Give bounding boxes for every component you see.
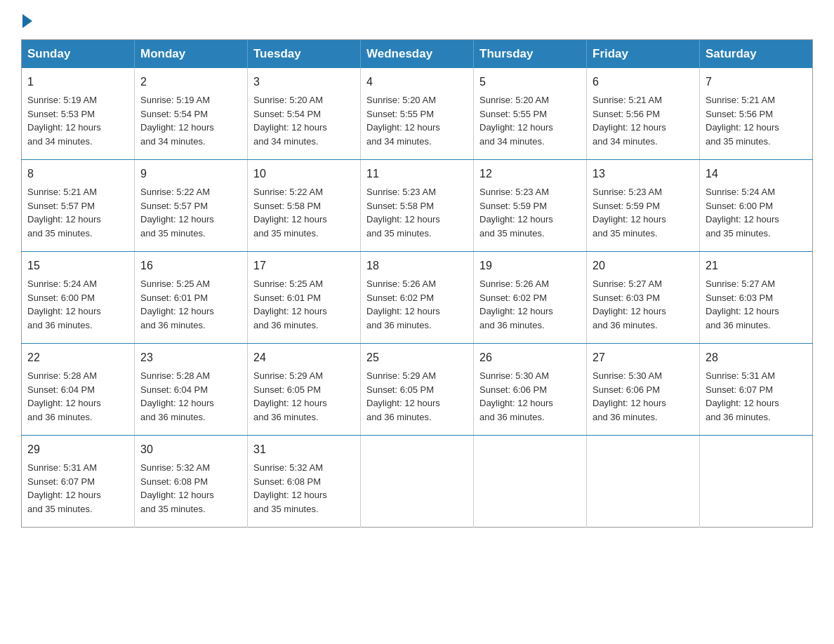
calendar-day-cell: 29Sunrise: 5:31 AM Sunset: 6:07 PM Dayli…: [22, 436, 135, 528]
day-info: Sunrise: 5:20 AM Sunset: 5:55 PM Dayligh…: [479, 95, 553, 147]
day-info: Sunrise: 5:32 AM Sunset: 6:08 PM Dayligh…: [253, 462, 327, 514]
day-number: 1: [27, 74, 128, 90]
day-number: 24: [253, 349, 355, 366]
calendar-day-cell: 1Sunrise: 5:19 AM Sunset: 5:53 PM Daylig…: [22, 68, 135, 160]
day-info: Sunrise: 5:27 AM Sunset: 6:03 PM Dayligh…: [706, 279, 779, 330]
weekday-header-sunday: Sunday: [22, 40, 135, 69]
day-number: 21: [706, 257, 807, 274]
day-number: 17: [253, 257, 355, 274]
day-info: Sunrise: 5:24 AM Sunset: 6:00 PM Dayligh…: [27, 279, 101, 330]
day-number: 6: [593, 74, 694, 90]
day-number: 8: [27, 166, 128, 182]
calendar-day-cell: 8Sunrise: 5:21 AM Sunset: 5:57 PM Daylig…: [22, 160, 135, 252]
day-number: 25: [366, 349, 468, 366]
page-header: [21, 14, 813, 25]
day-info: Sunrise: 5:26 AM Sunset: 6:02 PM Dayligh…: [479, 279, 553, 330]
day-number: 26: [479, 349, 581, 366]
calendar-day-cell: 7Sunrise: 5:21 AM Sunset: 5:56 PM Daylig…: [700, 68, 813, 160]
day-info: Sunrise: 5:25 AM Sunset: 6:01 PM Dayligh…: [140, 279, 214, 330]
calendar-day-cell: 15Sunrise: 5:24 AM Sunset: 6:00 PM Dayli…: [22, 252, 135, 344]
day-info: Sunrise: 5:31 AM Sunset: 6:07 PM Dayligh…: [27, 462, 101, 514]
calendar-day-cell: 20Sunrise: 5:27 AM Sunset: 6:03 PM Dayli…: [587, 252, 700, 344]
day-info: Sunrise: 5:23 AM Sunset: 5:59 PM Dayligh…: [593, 187, 666, 239]
day-info: Sunrise: 5:19 AM Sunset: 5:54 PM Dayligh…: [140, 95, 214, 147]
day-info: Sunrise: 5:31 AM Sunset: 6:07 PM Dayligh…: [706, 370, 779, 422]
day-number: 29: [27, 441, 128, 458]
day-number: 4: [366, 74, 468, 90]
day-info: Sunrise: 5:21 AM Sunset: 5:57 PM Dayligh…: [27, 187, 101, 239]
weekday-header-saturday: Saturday: [700, 40, 813, 69]
logo-arrow-icon: [22, 14, 32, 28]
day-number: 18: [366, 257, 468, 274]
weekday-header-tuesday: Tuesday: [248, 40, 361, 69]
day-number: 10: [253, 166, 355, 182]
day-number: 5: [479, 74, 581, 90]
day-info: Sunrise: 5:30 AM Sunset: 6:06 PM Dayligh…: [479, 370, 553, 422]
calendar-day-cell: 2Sunrise: 5:19 AM Sunset: 5:54 PM Daylig…: [135, 68, 248, 160]
calendar-day-cell: 19Sunrise: 5:26 AM Sunset: 6:02 PM Dayli…: [474, 252, 587, 344]
day-number: 9: [140, 166, 241, 182]
logo: [21, 14, 34, 25]
day-info: Sunrise: 5:23 AM Sunset: 5:58 PM Dayligh…: [366, 187, 440, 239]
day-number: 28: [706, 349, 807, 366]
day-number: 27: [593, 349, 694, 366]
calendar-day-cell: 24Sunrise: 5:29 AM Sunset: 6:05 PM Dayli…: [248, 344, 361, 436]
calendar-day-cell: 28Sunrise: 5:31 AM Sunset: 6:07 PM Dayli…: [700, 344, 813, 436]
calendar-day-cell: 10Sunrise: 5:22 AM Sunset: 5:58 PM Dayli…: [248, 160, 361, 252]
day-number: 23: [140, 349, 241, 366]
calendar-day-cell: 4Sunrise: 5:20 AM Sunset: 5:55 PM Daylig…: [361, 68, 474, 160]
calendar-day-cell: 22Sunrise: 5:28 AM Sunset: 6:04 PM Dayli…: [22, 344, 135, 436]
day-info: Sunrise: 5:29 AM Sunset: 6:05 PM Dayligh…: [366, 370, 440, 422]
day-number: 22: [27, 349, 128, 366]
weekday-header-friday: Friday: [587, 40, 700, 69]
day-number: 3: [253, 74, 355, 90]
day-info: Sunrise: 5:29 AM Sunset: 6:05 PM Dayligh…: [253, 370, 327, 422]
day-info: Sunrise: 5:26 AM Sunset: 6:02 PM Dayligh…: [366, 279, 440, 330]
day-number: 13: [593, 166, 694, 182]
day-info: Sunrise: 5:32 AM Sunset: 6:08 PM Dayligh…: [140, 462, 214, 514]
day-number: 20: [593, 257, 694, 274]
day-info: Sunrise: 5:30 AM Sunset: 6:06 PM Dayligh…: [593, 370, 666, 422]
day-number: 31: [253, 441, 355, 458]
calendar-day-cell: 6Sunrise: 5:21 AM Sunset: 5:56 PM Daylig…: [587, 68, 700, 160]
day-info: Sunrise: 5:28 AM Sunset: 6:04 PM Dayligh…: [140, 370, 214, 422]
day-info: Sunrise: 5:25 AM Sunset: 6:01 PM Dayligh…: [253, 279, 327, 330]
day-info: Sunrise: 5:20 AM Sunset: 5:54 PM Dayligh…: [253, 95, 327, 147]
calendar-day-cell: 5Sunrise: 5:20 AM Sunset: 5:55 PM Daylig…: [474, 68, 587, 160]
day-info: Sunrise: 5:28 AM Sunset: 6:04 PM Dayligh…: [27, 370, 101, 422]
calendar-day-cell: 14Sunrise: 5:24 AM Sunset: 6:00 PM Dayli…: [700, 160, 813, 252]
calendar-day-cell: 11Sunrise: 5:23 AM Sunset: 5:58 PM Dayli…: [361, 160, 474, 252]
calendar-day-cell: 25Sunrise: 5:29 AM Sunset: 6:05 PM Dayli…: [361, 344, 474, 436]
day-info: Sunrise: 5:21 AM Sunset: 5:56 PM Dayligh…: [593, 95, 666, 147]
weekday-header-monday: Monday: [135, 40, 248, 69]
day-info: Sunrise: 5:21 AM Sunset: 5:56 PM Dayligh…: [706, 95, 779, 147]
calendar-week-row: 22Sunrise: 5:28 AM Sunset: 6:04 PM Dayli…: [22, 344, 813, 436]
calendar-day-cell: [361, 436, 474, 528]
calendar-day-cell: 21Sunrise: 5:27 AM Sunset: 6:03 PM Dayli…: [700, 252, 813, 344]
weekday-header-thursday: Thursday: [474, 40, 587, 69]
day-info: Sunrise: 5:19 AM Sunset: 5:53 PM Dayligh…: [27, 95, 101, 147]
calendar-day-cell: [474, 436, 587, 528]
calendar-day-cell: 26Sunrise: 5:30 AM Sunset: 6:06 PM Dayli…: [474, 344, 587, 436]
calendar-week-row: 15Sunrise: 5:24 AM Sunset: 6:00 PM Dayli…: [22, 252, 813, 344]
day-number: 16: [140, 257, 241, 274]
day-info: Sunrise: 5:22 AM Sunset: 5:58 PM Dayligh…: [253, 187, 327, 239]
day-number: 15: [27, 257, 128, 274]
day-number: 30: [140, 441, 241, 458]
day-number: 19: [479, 257, 581, 274]
calendar-week-row: 8Sunrise: 5:21 AM Sunset: 5:57 PM Daylig…: [22, 160, 813, 252]
calendar-day-cell: [587, 436, 700, 528]
weekday-header-wednesday: Wednesday: [361, 40, 474, 69]
calendar-day-cell: 18Sunrise: 5:26 AM Sunset: 6:02 PM Dayli…: [361, 252, 474, 344]
calendar-day-cell: 31Sunrise: 5:32 AM Sunset: 6:08 PM Dayli…: [248, 436, 361, 528]
calendar-day-cell: [700, 436, 813, 528]
day-info: Sunrise: 5:23 AM Sunset: 5:59 PM Dayligh…: [479, 187, 553, 239]
calendar-week-row: 1Sunrise: 5:19 AM Sunset: 5:53 PM Daylig…: [22, 68, 813, 160]
day-number: 14: [706, 166, 807, 182]
calendar-day-cell: 16Sunrise: 5:25 AM Sunset: 6:01 PM Dayli…: [135, 252, 248, 344]
calendar-table: SundayMondayTuesdayWednesdayThursdayFrid…: [21, 39, 813, 528]
day-info: Sunrise: 5:24 AM Sunset: 6:00 PM Dayligh…: [706, 187, 779, 239]
calendar-day-cell: 13Sunrise: 5:23 AM Sunset: 5:59 PM Dayli…: [587, 160, 700, 252]
calendar-week-row: 29Sunrise: 5:31 AM Sunset: 6:07 PM Dayli…: [22, 436, 813, 528]
day-number: 2: [140, 74, 241, 90]
